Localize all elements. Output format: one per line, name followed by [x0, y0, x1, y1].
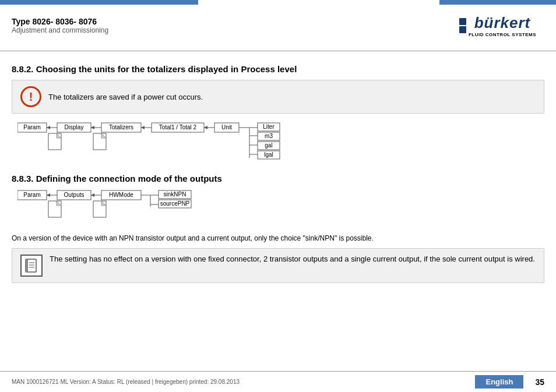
svg-text:Param: Param	[23, 192, 40, 198]
section1-diagram: Param Display Totalizers Total1 / T	[17, 122, 544, 170]
burkert-logo: bürkert FLUID CONTROL SYSTEMS	[459, 14, 536, 37]
logo-tagline: FLUID CONTROL SYSTEMS	[469, 32, 536, 37]
footer-man-text: MAN 1000126721 ML Version: A Status: RL …	[12, 379, 475, 385]
header-title: Type 8026- 8036- 8076	[12, 17, 428, 26]
svg-rect-40	[48, 201, 61, 217]
svg-text:Total1 / Total 2: Total1 / Total 2	[159, 124, 197, 130]
main-content: 8.8.2. Choosing the units for the totali…	[0, 51, 556, 298]
svg-rect-59	[26, 259, 28, 272]
svg-text:sourcePNP: sourcePNP	[160, 200, 190, 207]
book-icon-svg	[24, 258, 39, 273]
info-notice-box: The setting has no effect on a version w…	[12, 248, 544, 283]
svg-marker-3	[47, 126, 50, 129]
svg-text:gal: gal	[265, 142, 272, 149]
section2-diagram: Param Outputs HWMode sinkNPN	[17, 189, 544, 231]
svg-text:Totalizers: Totalizers	[109, 124, 133, 130]
footer-page-number: 35	[535, 377, 544, 387]
svg-marker-9	[91, 126, 94, 129]
svg-marker-39	[47, 193, 50, 197]
section1-heading: 8.8.2. Choosing the units for the totali…	[12, 64, 544, 74]
svg-text:lgal: lgal	[264, 151, 273, 158]
svg-text:HWMode: HWMode	[109, 192, 133, 198]
diagram1-svg: Param Display Totalizers Total1 / T	[17, 122, 425, 168]
exclamation-icon: !	[20, 86, 41, 107]
svg-text:Outputs: Outputs	[64, 192, 84, 198]
svg-text:sinkNPN: sinkNPN	[164, 191, 186, 197]
info-notice-text: The setting has no effect on a version w…	[50, 255, 535, 263]
svg-text:Param: Param	[23, 124, 40, 130]
logo-brand: bürkert	[469, 14, 536, 32]
header-right: bürkert FLUID CONTROL SYSTEMS	[439, 0, 556, 51]
svg-marker-19	[204, 126, 207, 129]
svg-marker-45	[91, 193, 94, 197]
header-bar-left	[0, 0, 198, 5]
svg-rect-4	[48, 133, 61, 150]
svg-text:Display: Display	[65, 124, 84, 130]
header-subtitle: Adjustment and commissioning	[12, 26, 428, 34]
svg-text:Unit: Unit	[221, 124, 232, 130]
header-bar-right	[439, 0, 556, 5]
footer: MAN 1000126721 ML Version: A Status: RL …	[0, 371, 556, 392]
section2-heading: 8.8.3. Defining the connection mode of t…	[12, 174, 544, 183]
svg-text:m3: m3	[265, 133, 273, 139]
footer-language[interactable]: English	[475, 375, 523, 389]
section1-notice-text: The totalizers are saved if a power cut …	[48, 93, 203, 101]
section1-notice-box: ! The totalizers are saved if a power cu…	[12, 80, 544, 114]
header-left: Type 8026- 8036- 8076 Adjustment and com…	[0, 0, 439, 51]
svg-rect-46	[93, 201, 106, 217]
header: Type 8026- 8036- 8076 Adjustment and com…	[0, 0, 556, 51]
info-icon	[20, 255, 43, 277]
on-version-text: On a version of the device with an NPN t…	[12, 234, 544, 242]
svg-rect-10	[93, 133, 106, 150]
svg-marker-15	[141, 126, 145, 129]
diagram2-svg: Param Outputs HWMode sinkNPN	[17, 189, 338, 229]
svg-text:Liter: Liter	[263, 123, 275, 130]
